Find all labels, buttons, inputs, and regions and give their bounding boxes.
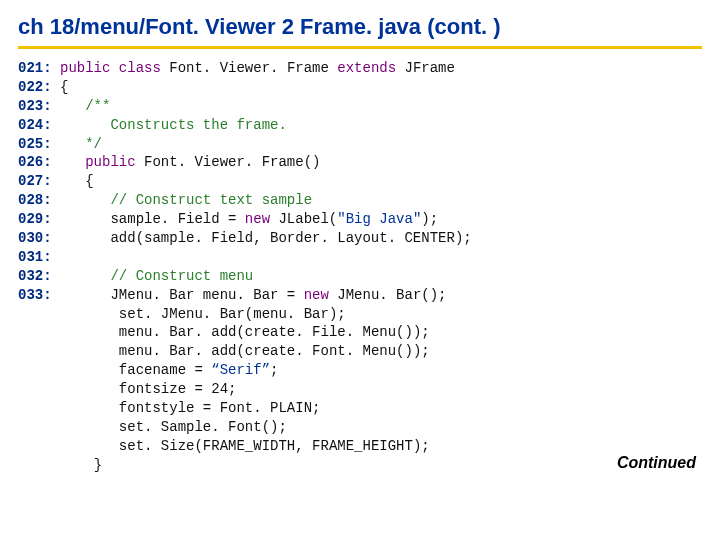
code-text [68, 438, 118, 454]
kw-extends: extends [337, 60, 396, 76]
code-text: add(sample. Field, Border. Layout. CENTE… [110, 230, 471, 246]
line-number: 030: [18, 230, 52, 246]
code-text: fontstyle = Font. PLAIN; [119, 400, 321, 416]
code-text [68, 419, 118, 435]
line-number: 026: [18, 154, 52, 170]
code-text: ); [421, 211, 438, 227]
code-text [18, 381, 68, 397]
code-text: JFrame [396, 60, 455, 76]
code-text [52, 136, 86, 152]
code-text [52, 192, 111, 208]
code-text: set. Size(FRAME_WIDTH, FRAME_HEIGHT); [119, 438, 430, 454]
slide: ch 18/menu/Font. Viewer 2 Frame. java (c… [0, 0, 720, 540]
code-text [18, 400, 68, 416]
code-text: sample. Field = [110, 211, 244, 227]
code-text [52, 98, 86, 114]
code-text [52, 117, 86, 133]
code-text: fontsize = 24; [119, 381, 237, 397]
code-text [18, 324, 68, 340]
line-number: 027: [18, 173, 52, 189]
code-text [52, 230, 111, 246]
code-text [18, 438, 68, 454]
comment: */ [85, 136, 102, 152]
code-text [18, 419, 68, 435]
slide-title: ch 18/menu/Font. Viewer 2 Frame. java (c… [18, 14, 702, 40]
line-number: 021: [18, 60, 52, 76]
comment: // Construct menu [110, 268, 253, 284]
line-number: 023: [18, 98, 52, 114]
code-text [68, 306, 118, 322]
line-number: 033: [18, 287, 52, 303]
code-text [68, 381, 118, 397]
code-text [52, 154, 86, 170]
code-text: JLabel( [270, 211, 337, 227]
code-text: menu. Bar. add(create. Font. Menu()); [119, 343, 430, 359]
code-text [52, 211, 111, 227]
code-text: JMenu. Bar(); [329, 287, 447, 303]
code-text [68, 343, 118, 359]
kw-new: new [304, 287, 329, 303]
comment: Constructs the frame. [85, 117, 287, 133]
code-text [68, 400, 118, 416]
code-text: } [68, 457, 102, 473]
line-number: 031: [18, 249, 52, 265]
code-text: ; [270, 362, 278, 378]
code-text: Font. Viewer. Frame() [136, 154, 321, 170]
line-number: 028: [18, 192, 52, 208]
line-number: 025: [18, 136, 52, 152]
code-text [18, 362, 68, 378]
string-literal: "Big Java" [337, 211, 421, 227]
code-text [18, 343, 68, 359]
code-text [52, 268, 111, 284]
code-text: JMenu. Bar menu. Bar = [110, 287, 303, 303]
code-text: { [52, 79, 69, 95]
code-text: { [85, 173, 93, 189]
code-text [18, 457, 68, 473]
code-text: facename = [119, 362, 211, 378]
code-text: menu. Bar. add(create. File. Menu()); [119, 324, 430, 340]
code-text [18, 306, 68, 322]
line-number: 022: [18, 79, 52, 95]
code-text [52, 287, 111, 303]
line-number: 032: [18, 268, 52, 284]
comment: // Construct text sample [110, 192, 312, 208]
comment: /** [85, 98, 110, 114]
kw-public: public [85, 154, 135, 170]
title-underline [18, 46, 702, 49]
kw-public: public [60, 60, 110, 76]
code-text: set. Sample. Font(); [119, 419, 287, 435]
line-number: 029: [18, 211, 52, 227]
kw-new: new [245, 211, 270, 227]
string-literal: “Serif” [211, 362, 270, 378]
kw-class: class [119, 60, 161, 76]
code-text [68, 362, 118, 378]
line-number: 024: [18, 117, 52, 133]
code-text [52, 173, 86, 189]
code-text: set. JMenu. Bar(menu. Bar); [119, 306, 346, 322]
code-block: 021: public class Font. Viewer. Frame ex… [18, 59, 702, 475]
code-text [68, 324, 118, 340]
code-text: Font. Viewer. Frame [161, 60, 337, 76]
continued-label: Continued [617, 454, 696, 472]
